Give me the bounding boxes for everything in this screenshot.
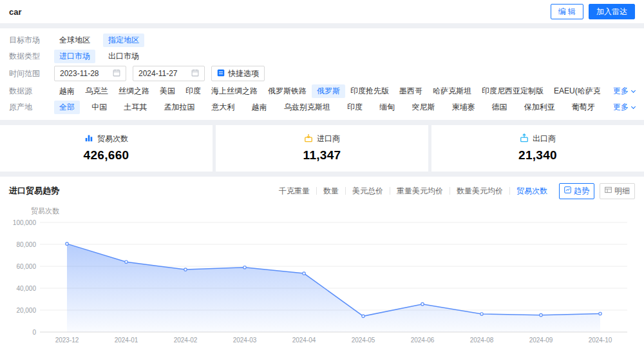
- chevron-down-icon: [631, 104, 636, 108]
- stat-value: 11,347: [216, 148, 428, 162]
- filter-row-data-type: 数据类型 进口市场出口市场: [9, 48, 635, 64]
- data-source-option[interactable]: 俄罗斯铁路: [263, 84, 312, 98]
- chevron-down-icon: [631, 88, 636, 92]
- origin-option[interactable]: 缅甸: [374, 101, 400, 114]
- origin-option[interactable]: 意大利: [207, 101, 240, 114]
- data-source-option[interactable]: 哈萨克斯坦: [428, 84, 477, 98]
- y-axis-title: 贸易次数: [31, 206, 635, 216]
- origin-option[interactable]: 孟加拉国: [158, 101, 200, 114]
- data-type-label: 数据类型: [9, 51, 54, 62]
- metric-option[interactable]: 贸易次数: [510, 187, 554, 195]
- data-source-option[interactable]: 乌克兰: [80, 84, 113, 98]
- stat-card-exporters: 出口商 21,340: [431, 125, 644, 172]
- metric-option[interactable]: 数量美元均价: [450, 187, 510, 195]
- origin-option[interactable]: 土耳其: [118, 101, 152, 114]
- table-icon: [605, 186, 612, 195]
- svg-text:2024-02: 2024-02: [174, 337, 198, 343]
- target-market-options: 全球地区指定地区: [54, 34, 152, 47]
- filter-row-origin: 原产地 全部中国土耳其孟加拉国意大利越南乌兹别克斯坦印度缅甸突尼斯柬埔寨德国保加…: [9, 99, 635, 115]
- quick-options-button[interactable]: 快捷选项: [211, 66, 265, 81]
- data-source-option[interactable]: EAEU(哈萨克斯坦): [549, 84, 600, 98]
- end-date-value: 2024-11-27: [138, 69, 178, 78]
- target-market-option[interactable]: 指定地区: [103, 34, 144, 47]
- origin-more-link[interactable]: 更多: [613, 102, 635, 113]
- svg-text:2024-03: 2024-03: [233, 337, 257, 343]
- data-source-option[interactable]: 印度尼西亚定制版: [477, 84, 549, 98]
- svg-text:2024-10: 2024-10: [589, 337, 612, 343]
- stat-label: 进口商: [317, 133, 340, 144]
- start-date-value: 2023-11-28: [60, 69, 99, 78]
- origin-option[interactable]: 越南: [247, 101, 272, 114]
- stat-card-trade-count: 贸易次数 426,660: [0, 125, 213, 172]
- data-type-option[interactable]: 出口市场: [103, 50, 144, 63]
- svg-text:2024-09: 2024-09: [529, 337, 553, 343]
- origin-option[interactable]: 全部: [54, 101, 80, 114]
- topbar: car 编 辑 加入雷达: [0, 0, 644, 23]
- origin-option[interactable]: 德国: [487, 101, 513, 114]
- page-title: car: [9, 7, 22, 17]
- detail-view-button[interactable]: 明细: [600, 183, 635, 199]
- data-source-option[interactable]: 越南: [54, 84, 80, 98]
- trend-view-button[interactable]: 趋势: [559, 183, 594, 199]
- data-source-option[interactable]: 俄罗斯: [312, 84, 345, 98]
- data-type-option[interactable]: 进口市场: [54, 50, 95, 63]
- origin-option[interactable]: 柬埔寨: [446, 101, 480, 114]
- edit-button[interactable]: 编 辑: [551, 4, 583, 19]
- time-range-label: 时间范围: [9, 68, 54, 79]
- importer-icon: [304, 133, 313, 144]
- target-market-label: 目标市场: [9, 35, 54, 46]
- add-radar-button[interactable]: 加入雷达: [589, 4, 635, 19]
- metric-option[interactable]: 美元总价: [346, 187, 390, 195]
- data-source-option[interactable]: 印度抢先版: [345, 84, 394, 98]
- trend-view-label: 趋势: [574, 186, 589, 197]
- end-date-input[interactable]: 2024-11-27: [133, 66, 205, 81]
- svg-text:2023-12: 2023-12: [55, 337, 79, 343]
- line-chart-icon: [564, 186, 571, 195]
- chart-panel: 进口贸易趋势 千克重量数量美元总价重量美元均价数量美元均价贸易次数 趋势 明细 …: [0, 177, 644, 343]
- detail-view-label: 明细: [614, 186, 630, 197]
- calendar-icon: [191, 69, 199, 79]
- bar-chart-icon: [84, 133, 93, 144]
- stat-card-importers: 进口商 11,347: [216, 125, 428, 172]
- origin-option[interactable]: 印度: [342, 101, 368, 114]
- svg-text:2024-06: 2024-06: [411, 337, 435, 343]
- svg-text:2024-01: 2024-01: [115, 337, 138, 343]
- origin-label: 原产地: [9, 102, 54, 113]
- chart-title: 进口贸易趋势: [9, 185, 59, 197]
- more-label: 更多: [613, 103, 629, 112]
- metric-option[interactable]: 数量: [317, 187, 346, 195]
- origin-options: 全部中国土耳其孟加拉国意大利越南乌兹别克斯坦印度缅甸突尼斯柬埔寨德国保加利亚葡萄…: [54, 101, 600, 114]
- target-market-option[interactable]: 全球地区: [54, 34, 95, 47]
- origin-option[interactable]: 葡萄牙: [567, 101, 600, 114]
- filter-row-time-range: 时间范围 2023-11-28 2024-11-27 快捷选项: [9, 64, 635, 83]
- stat-label: 贸易次数: [97, 133, 128, 144]
- origin-option[interactable]: 乌兹别克斯坦: [279, 101, 336, 114]
- stat-value: 426,660: [0, 148, 213, 162]
- stats-row: 贸易次数 426,660 进口商 11,347 出口商 21,340: [0, 125, 644, 172]
- metric-option[interactable]: 重量美元均价: [390, 187, 450, 195]
- origin-option[interactable]: 突尼斯: [406, 101, 440, 114]
- origin-option[interactable]: 保加利亚: [519, 101, 560, 114]
- data-source-option[interactable]: 美国: [155, 84, 180, 98]
- start-date-input[interactable]: 2023-11-28: [54, 66, 126, 81]
- svg-text:100,000: 100,000: [13, 219, 37, 226]
- svg-text:2024-04: 2024-04: [292, 337, 316, 343]
- calendar-icon: [113, 69, 120, 79]
- svg-text:40,000: 40,000: [16, 285, 36, 292]
- data-source-option[interactable]: 印度: [180, 84, 206, 98]
- data-source-option[interactable]: 墨西哥: [394, 84, 428, 98]
- data-source-option[interactable]: 丝绸之路: [113, 84, 155, 98]
- data-source-option[interactable]: 海上丝绸之路: [206, 84, 263, 98]
- stat-label: 出口商: [533, 133, 556, 144]
- data-source-more-link[interactable]: 更多: [613, 86, 635, 97]
- quick-options-label: 快捷选项: [228, 68, 259, 79]
- metric-option[interactable]: 千克重量: [272, 187, 317, 195]
- filter-panel: 目标市场 全球地区指定地区 数据类型 进口市场出口市场 时间范围 2023-11…: [0, 28, 644, 120]
- origin-option[interactable]: 中国: [86, 101, 112, 114]
- svg-text:0: 0: [32, 329, 36, 336]
- topbar-actions: 编 辑 加入雷达: [551, 4, 635, 19]
- trend-chart[interactable]: 020,00040,00060,00080,000100,0002023-122…: [9, 217, 635, 343]
- data-type-options: 进口市场出口市场: [54, 50, 152, 63]
- svg-text:60,000: 60,000: [16, 263, 36, 270]
- svg-text:2024-05: 2024-05: [352, 337, 375, 343]
